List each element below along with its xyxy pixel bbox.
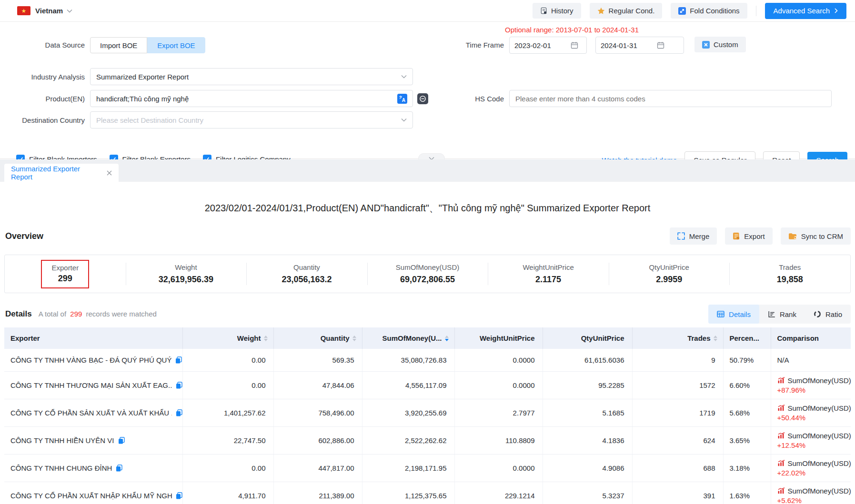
app-root: ★ Vietnam History Regular Cond. <box>0 0 855 504</box>
weight-unit-price-cell: 0.0000 <box>454 349 543 371</box>
destination-country-placeholder: Please select Destination Country <box>96 116 203 124</box>
chevron-down-icon[interactable] <box>67 9 72 13</box>
weight-cell: 22,747.50 <box>182 426 273 454</box>
hs-code-input[interactable] <box>509 90 832 107</box>
stat-value: 2.1175 <box>535 275 561 285</box>
percent-cell: 1.63% <box>723 482 771 504</box>
stat-value: 23,056,163.2 <box>282 275 332 285</box>
stat-label: Quantity <box>293 263 320 271</box>
fold-conditions-icon <box>678 7 686 15</box>
export-button[interactable]: Export <box>725 227 772 245</box>
time-frame-label: Time Frame <box>437 41 504 49</box>
rank-bars-icon <box>768 311 775 317</box>
merge-button[interactable]: Merge <box>670 227 717 245</box>
table-row[interactable]: CÔNG TY CỔ PHẦN SẢN XUẤT VÀ XUẤT KHẨU ..… <box>4 399 851 426</box>
date-from-input[interactable] <box>514 41 567 49</box>
table-header-row: Exporter Weight Quantity SumOfMoney(U...… <box>4 327 851 349</box>
product-en-input[interactable] <box>90 90 413 107</box>
exporter-name[interactable]: CÔNG TY TNHH THƯƠNG MẠI SẢN XUẤT EAG... <box>10 381 172 389</box>
col-quantity[interactable]: Quantity <box>273 327 362 349</box>
stat-value: 299 <box>58 274 72 284</box>
regular-cond-button[interactable]: Regular Cond. <box>590 3 663 19</box>
date-to-input[interactable] <box>601 41 653 49</box>
view-rank-button[interactable]: Rank <box>759 305 805 324</box>
qty-unit-price-cell: 61,615.6036 <box>543 349 632 371</box>
destination-country-select[interactable]: Please select Destination Country <box>90 111 413 128</box>
table-row[interactable]: CÔNG TY TNHH CHUNG ĐỈNH 0.00 447,817.00 … <box>4 454 851 482</box>
copy-icon[interactable] <box>118 437 125 444</box>
close-icon[interactable] <box>107 170 112 176</box>
copy-icon[interactable] <box>176 382 182 389</box>
col-comparison: Comparison <box>771 327 851 349</box>
copy-icon[interactable] <box>116 464 122 472</box>
star-icon <box>597 7 605 14</box>
trend-up-chart-icon <box>777 460 785 466</box>
table-row[interactable]: CÔNG TY TNHH THƯƠNG MẠI SẢN XUẤT EAG... … <box>4 371 851 399</box>
comparison-metric: SumOfMoney(USD) <box>788 376 851 385</box>
exclude-keyword-icon[interactable] <box>417 93 428 104</box>
weight-cell: 0.00 <box>182 371 273 399</box>
report-area: 2023/02/01-2024/01/31,Product(EN) AND"ha… <box>0 182 855 504</box>
history-label: History <box>551 7 573 15</box>
col-trades[interactable]: Trades <box>632 327 723 349</box>
industry-analysis-label: Industry Analysis <box>0 73 85 81</box>
comparison-cell: SumOfMoney(USD) +87.96% <box>771 371 851 399</box>
exporter-name[interactable]: CÔNG TY TNHH HIỀN UYÊN VI <box>10 436 114 445</box>
col-weight[interactable]: Weight <box>182 327 273 349</box>
sort-icon[interactable] <box>352 336 356 341</box>
details-heading: Details <box>5 309 32 319</box>
date-from-field[interactable] <box>509 37 587 54</box>
sum-cell: 35,080,726.83 <box>362 349 454 371</box>
country-selector-label[interactable]: Vietnam <box>35 7 63 15</box>
date-to-field[interactable] <box>595 37 684 54</box>
export-boe-tab[interactable]: Export BOE <box>147 37 205 53</box>
comparison-cell: SumOfMoney(USD) +22.02% <box>771 454 851 482</box>
col-sum-of-money[interactable]: SumOfMoney(U... <box>362 327 454 349</box>
exporter-name[interactable]: CÔNG TY CỔ PHẦN SẢN XUẤT VÀ XUẤT KHẨU ..… <box>10 409 172 417</box>
stat-sum-of-money: SumOfMoney(USD) 69,072,806.55 <box>367 255 488 293</box>
translate-icon[interactable]: A <box>397 94 407 104</box>
weight-cell: 0.00 <box>182 349 273 371</box>
data-source-toggle: Import BOE Export BOE <box>90 37 205 53</box>
view-ratio-button[interactable]: Ratio <box>805 305 851 324</box>
history-button[interactable]: History <box>533 3 581 19</box>
copy-icon[interactable] <box>176 409 182 416</box>
sort-icon[interactable] <box>714 336 717 341</box>
table-row[interactable]: CÔNG TY CỔ PHẦN XUẤT NHẬP KHẨU MỸ NGH...… <box>4 482 851 504</box>
sync-to-crm-button[interactable]: Sync to CRM <box>781 227 851 245</box>
import-boe-tab[interactable]: Import BOE <box>90 37 147 53</box>
table-row[interactable]: CÔNG TY TNHH VÀNG BẠC - ĐÁ QUÝ PHÚ QUÝ 0… <box>4 349 851 371</box>
overview-stats-card: Exporter 299 Weight 32,619,956.39 Quanti… <box>4 255 851 293</box>
advanced-search-button[interactable]: Advanced Search <box>765 3 846 19</box>
percent-cell: 3.18% <box>723 454 771 482</box>
overview-actions: Merge Export Sync to CRM <box>670 227 851 245</box>
custom-range-button[interactable]: Custom <box>694 37 746 52</box>
fold-conditions-button[interactable]: Fold Conditions <box>671 3 747 19</box>
product-en-label: Product(EN) <box>0 95 85 103</box>
quantity-cell: 211,389.00 <box>273 482 362 504</box>
weight-cell: 1,401,257.62 <box>182 399 273 426</box>
copy-icon[interactable] <box>176 492 182 499</box>
table-row[interactable]: CÔNG TY TNHH HIỀN UYÊN VI 22,747.50 602,… <box>4 426 851 454</box>
copy-icon[interactable] <box>175 356 182 364</box>
tab-summarized-exporter-report[interactable]: Summarized Exporter Report <box>4 164 119 182</box>
comparison-change: +5.62% <box>777 496 851 504</box>
sort-icon[interactable] <box>264 336 268 341</box>
sort-icon-active-desc[interactable] <box>445 336 449 341</box>
search-form: Optional range: 2013-07-01 to 2024-01-31… <box>0 22 855 159</box>
comparison-change: +87.96% <box>777 386 851 394</box>
sum-cell: 4,556,117.09 <box>362 371 454 399</box>
custom-label: Custom <box>714 40 738 49</box>
exporter-name[interactable]: CÔNG TY TNHH VÀNG BẠC - ĐÁ QUÝ PHÚ QUÝ <box>10 356 171 364</box>
view-details-button[interactable]: Details <box>708 305 759 324</box>
stat-trades: Trades 19,858 <box>729 255 850 293</box>
exporter-name[interactable]: CÔNG TY CỔ PHẦN XUẤT NHẬP KHẨU MỸ NGH... <box>10 492 172 500</box>
stat-value: 32,619,956.39 <box>159 275 213 285</box>
quantity-cell: 47,844.06 <box>273 371 362 399</box>
col-weight-unit-price: WeightUnitPrice <box>454 327 543 349</box>
exporter-name[interactable]: CÔNG TY TNHH CHUNG ĐỈNH <box>10 464 112 472</box>
records-suffix: records were matched <box>86 310 157 318</box>
industry-analysis-select[interactable]: Summarized Exporter Report <box>90 68 413 85</box>
stat-weight: Weight 32,619,956.39 <box>126 255 247 293</box>
comparison-metric: SumOfMoney(USD) <box>788 404 851 412</box>
